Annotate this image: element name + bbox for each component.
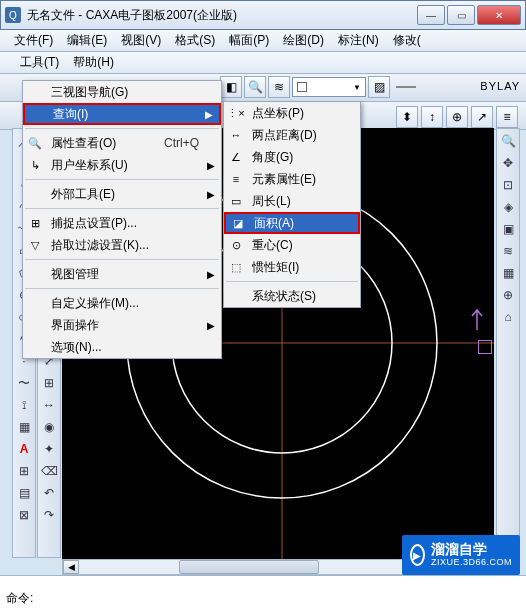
rtool-3d-icon[interactable]: ◈ — [498, 197, 518, 217]
maximize-button[interactable]: ▭ — [447, 5, 475, 25]
rtool-cube-icon[interactable]: ▣ — [498, 219, 518, 239]
menu-label: 元素属性(E) — [252, 171, 316, 188]
tool-camera-icon[interactable]: ◉ — [39, 417, 59, 437]
tool-insert-icon[interactable]: ▤ — [14, 483, 34, 503]
area-icon: ◪ — [230, 215, 246, 231]
tool-stretch-icon[interactable]: ↔ — [39, 395, 59, 415]
tool-hatch-icon[interactable]: ▦ — [14, 417, 34, 437]
menu-separator — [25, 179, 219, 180]
menu-properties[interactable]: 🔍 属性查看(O) Ctrl+Q — [23, 132, 221, 154]
submenu-point-coord[interactable]: ⋮× 点坐标(P) — [224, 102, 360, 124]
filter-icon: ▽ — [27, 237, 43, 253]
menu-file[interactable]: 文件(F) — [8, 30, 59, 51]
menu-snap-settings[interactable]: ⊞ 捕捉点设置(P)... — [23, 212, 221, 234]
tool-array-icon[interactable]: ⊞ — [39, 373, 59, 393]
scroll-left-button[interactable]: ◀ — [63, 560, 79, 574]
menu-shortcut: Ctrl+Q — [164, 136, 199, 150]
menu-filter-settings[interactable]: ▽ 拾取过滤设置(K)... — [23, 234, 221, 256]
menu-label: 惯性矩(I) — [252, 259, 299, 276]
close-button[interactable]: ✕ — [477, 5, 521, 25]
submenu-system-status[interactable]: 系统状态(S) — [224, 285, 360, 307]
tool-undo-icon[interactable]: ↶ — [39, 483, 59, 503]
menu-separator — [25, 128, 219, 129]
menu-label: 拾取过滤设置(K)... — [51, 237, 149, 254]
menu-label: 用户坐标系(U) — [51, 157, 128, 174]
menu-tools[interactable]: 工具(T) — [14, 52, 65, 73]
vertical-toolbar-right: 🔍 ✥ ⊡ ◈ ▣ ≋ ▦ ⊕ ⌂ — [496, 128, 520, 558]
menu-label: 系统状态(S) — [252, 288, 316, 305]
arrow-right-icon: ▶ — [207, 189, 215, 200]
perimeter-icon: ▭ — [228, 193, 244, 209]
window-titlebar: Q 无名文件 - CAXA电子图板2007(企业版) — ▭ ✕ — [0, 0, 526, 30]
minimize-button[interactable]: — — [417, 5, 445, 25]
tool-explode-icon[interactable]: ✦ — [39, 439, 59, 459]
menu-modify[interactable]: 修改( — [387, 30, 427, 51]
menu-label: 自定义操作(M)... — [51, 295, 139, 312]
menu-external-tools[interactable]: 外部工具(E) ▶ — [23, 183, 221, 205]
menu-edit[interactable]: 编辑(E) — [61, 30, 113, 51]
menu-label: 界面操作 — [51, 317, 99, 334]
tool-block-icon[interactable]: ⊞ — [14, 461, 34, 481]
layer-combobox[interactable]: ▼ — [292, 77, 366, 97]
menu-format[interactable]: 格式(S) — [169, 30, 221, 51]
rtool-pan-icon[interactable]: ✥ — [498, 153, 518, 173]
tool-asm-icon[interactable]: ⊠ — [14, 505, 34, 525]
tool-wave-icon[interactable]: 〜 — [14, 373, 34, 393]
tool-text-icon[interactable]: A — [14, 439, 34, 459]
cursor-arrow-icon — [468, 308, 486, 336]
menu-label: 周长(L) — [252, 193, 291, 210]
rtool-zoom-icon[interactable]: 🔍 — [498, 131, 518, 151]
submenu-perimeter[interactable]: ▭ 周长(L) — [224, 190, 360, 212]
menu-ui-ops[interactable]: 界面操作 ▶ — [23, 314, 221, 336]
scroll-thumb[interactable] — [179, 560, 319, 574]
toolbar-icon[interactable]: ◧ — [220, 76, 242, 98]
menu-label: 外部工具(E) — [51, 186, 115, 203]
command-bar[interactable]: 命令: — [0, 575, 526, 609]
toolbar-icon-a[interactable]: ⬍ — [396, 106, 418, 128]
menu-draw[interactable]: 绘图(D) — [277, 30, 330, 51]
tool-measure-icon[interactable]: ⟟ — [14, 395, 34, 415]
submenu-centroid[interactable]: ⊙ 重心(C) — [224, 234, 360, 256]
toolbar-layers-icon[interactable]: ≋ — [268, 76, 290, 98]
toolbar-icon-d[interactable]: ↗ — [471, 106, 493, 128]
tool-erase-icon[interactable]: ⌫ — [39, 461, 59, 481]
rtool-home-icon[interactable]: ⌂ — [498, 307, 518, 327]
menu-label: 重心(C) — [252, 237, 293, 254]
props-icon: ≡ — [228, 171, 244, 187]
menu-view[interactable]: 视图(V) — [115, 30, 167, 51]
submenu-element-props[interactable]: ≡ 元素属性(E) — [224, 168, 360, 190]
menu-ucs[interactable]: ↳ 用户坐标系(U) ▶ — [23, 154, 221, 176]
rtool-zoomext-icon[interactable]: ⊡ — [498, 175, 518, 195]
menu-view-manage[interactable]: 视图管理 ▶ — [23, 263, 221, 285]
window-title: 无名文件 - CAXA电子图板2007(企业版) — [27, 7, 417, 24]
menu-help[interactable]: 帮助(H) — [67, 52, 120, 73]
arrow-right-icon: ▶ — [207, 269, 215, 280]
menu-annot[interactable]: 标注(N) — [332, 30, 385, 51]
menu-query[interactable]: 查询(I) ▶ — [23, 103, 221, 125]
menu-customize[interactable]: 自定义操作(M)... — [23, 292, 221, 314]
rtool-misc-icon[interactable]: ⊕ — [498, 285, 518, 305]
toolbar-linetype-icon[interactable]: ▨ — [368, 76, 390, 98]
toolbar-icon-c[interactable]: ⊕ — [446, 106, 468, 128]
toolbar-icon-e[interactable]: ≡ — [496, 106, 518, 128]
linetype-label: BYLAY — [480, 80, 520, 92]
submenu-area[interactable]: ◪ 面积(A) — [224, 212, 360, 234]
rtool-color-icon[interactable]: ▦ — [498, 263, 518, 283]
tool-redo-icon[interactable]: ↷ — [39, 505, 59, 525]
app-icon: Q — [5, 7, 21, 23]
menu-paper[interactable]: 幅面(P) — [223, 30, 275, 51]
toolbar-search-icon[interactable]: 🔍 — [244, 76, 266, 98]
submenu-distance[interactable]: ↔ 两点距离(D) — [224, 124, 360, 146]
rtool-layer-icon[interactable]: ≋ — [498, 241, 518, 261]
submenu-angle[interactable]: ∠ 角度(G) — [224, 146, 360, 168]
menu-options[interactable]: 选项(N)... — [23, 336, 221, 358]
window-buttons: — ▭ ✕ — [417, 5, 521, 25]
arrow-right-icon: ▶ — [205, 109, 213, 120]
submenu-inertia[interactable]: ⬚ 惯性矩(I) — [224, 256, 360, 278]
toolbar-icon-b[interactable]: ↕ — [421, 106, 443, 128]
menu-three-view-nav[interactable]: 三视图导航(G) — [23, 81, 221, 103]
cursor-box-icon — [478, 340, 492, 354]
menu-label: 属性查看(O) — [51, 135, 116, 152]
arrow-right-icon: ▶ — [207, 320, 215, 331]
ucs-icon: ↳ — [27, 157, 43, 173]
